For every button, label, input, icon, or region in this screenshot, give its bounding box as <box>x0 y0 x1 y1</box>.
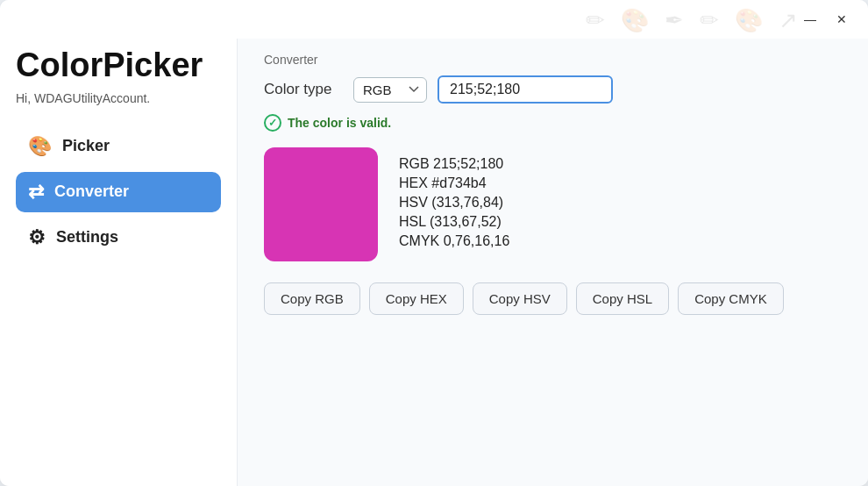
color-rgb: RGB 215;52;180 <box>399 156 509 172</box>
minimize-button[interactable]: — <box>796 7 824 32</box>
sidebar-item-settings-label: Settings <box>56 228 118 247</box>
content-area: ColorPicker Hi, WDAGUtilityAccount. 🎨 Pi… <box>0 39 868 486</box>
sidebar-item-settings[interactable]: ⚙ Settings <box>16 218 221 258</box>
converter-section-label: Converter <box>264 53 842 67</box>
converter-icon: ⇄ <box>28 181 44 204</box>
app-title: ColorPicker <box>16 47 221 84</box>
copy-rgb-button[interactable]: Copy RGB <box>264 282 360 315</box>
copy-hsv-button[interactable]: Copy HSV <box>473 282 567 315</box>
copy-buttons-row: Copy RGB Copy HEX Copy HSV Copy HSL Copy… <box>264 282 842 315</box>
color-hsl: HSL (313,67,52) <box>399 214 509 230</box>
color-result-row: RGB 215;52;180 HEX #d734b4 HSV (313,76,8… <box>264 147 842 261</box>
copy-hsl-button[interactable]: Copy HSL <box>576 282 669 315</box>
color-type-row: Color type RGB HEX HSV HSL CMYK <box>264 75 842 104</box>
color-hex: HEX #d734b4 <box>399 175 509 191</box>
color-cmyk: CMYK 0,76,16,16 <box>399 233 509 249</box>
sidebar: ColorPicker Hi, WDAGUtilityAccount. 🎨 Pi… <box>0 39 237 486</box>
color-values: RGB 215;52;180 HEX #d734b4 HSV (313,76,8… <box>399 147 509 249</box>
color-swatch <box>264 147 378 261</box>
deco-pen-icon: ✒ <box>665 7 684 34</box>
deco-pencil2-icon: ✏ <box>700 7 719 34</box>
color-type-select[interactable]: RGB HEX HSV HSL CMYK <box>353 77 427 103</box>
valid-icon: ✓ <box>264 114 281 132</box>
color-hsv: HSV (313,76,84) <box>399 195 509 211</box>
sidebar-item-converter-label: Converter <box>54 182 129 201</box>
picker-icon: 🎨 <box>28 135 52 158</box>
deco-palette-icon: 🎨 <box>621 7 649 34</box>
deco-palette2-icon: 🎨 <box>735 7 763 34</box>
valid-badge: ✓ The color is valid. <box>264 114 842 132</box>
deco-pencil-icon: ✏ <box>586 7 605 34</box>
app-subtitle: Hi, WDAGUtilityAccount. <box>16 91 221 105</box>
sidebar-item-converter[interactable]: ⇄ Converter <box>16 172 221 212</box>
decorative-icons: ✏ 🎨 ✒ ✏ 🎨 ↗ <box>586 7 798 34</box>
copy-cmyk-button[interactable]: Copy CMYK <box>678 282 784 315</box>
title-bar: ✏ 🎨 ✒ ✏ 🎨 ↗ — ✕ <box>0 0 868 39</box>
copy-hex-button[interactable]: Copy HEX <box>369 282 464 315</box>
color-input[interactable] <box>438 75 613 104</box>
main-panel: Converter Color type RGB HEX HSV HSL CMY… <box>237 39 868 486</box>
color-type-label: Color type <box>264 81 343 98</box>
app-window: ✏ 🎨 ✒ ✏ 🎨 ↗ — ✕ ColorPicker Hi, WDAGUtil… <box>0 0 868 486</box>
settings-icon: ⚙ <box>28 226 46 249</box>
sidebar-item-picker-label: Picker <box>62 137 110 155</box>
deco-arrow-icon: ↗ <box>779 7 798 34</box>
valid-text: The color is valid. <box>288 116 391 130</box>
sidebar-item-picker[interactable]: 🎨 Picker <box>16 126 221 167</box>
close-button[interactable]: ✕ <box>828 7 856 32</box>
